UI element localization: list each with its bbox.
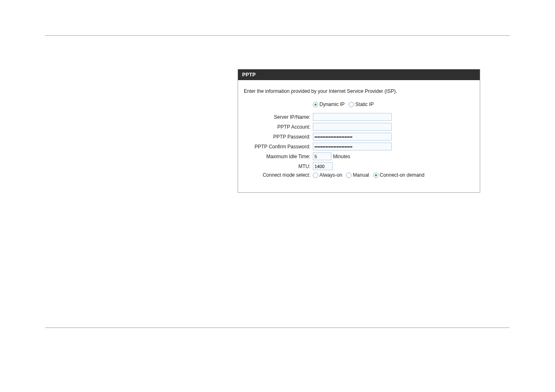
manual-label: Manual — [353, 172, 369, 178]
account-label: PPTP Account: — [244, 124, 313, 130]
confirm-password-input[interactable] — [313, 143, 392, 150]
mtu-input[interactable] — [313, 162, 333, 170]
top-divider — [45, 35, 510, 36]
max-idle-label: Maximum Idle Time: — [244, 154, 313, 159]
connect-mode-row: Connect mode select: Always-on Manual Co… — [244, 172, 474, 178]
account-row: PPTP Account: — [244, 123, 474, 131]
max-idle-input[interactable] — [313, 152, 331, 160]
mtu-row: MTU: — [244, 162, 474, 170]
always-on-label: Always-on — [319, 172, 342, 178]
ip-mode-options: Dynamic IP Static IP — [313, 101, 474, 107]
connect-mode-options: Always-on Manual Connect-on demand — [313, 172, 474, 178]
password-input[interactable] — [313, 133, 392, 141]
password-row: PPTP Password: — [244, 133, 474, 141]
manual-radio[interactable] — [346, 173, 352, 178]
connect-on-demand-label: Connect-on demand — [380, 172, 425, 178]
server-ip-row: Server IP/Name: — [244, 113, 474, 121]
connect-on-demand-radio[interactable] — [373, 173, 379, 178]
confirm-password-row: PPTP Confirm Password: — [244, 143, 474, 150]
account-input[interactable] — [313, 123, 392, 131]
always-on-radio[interactable] — [313, 173, 318, 178]
server-ip-label: Server IP/Name: — [244, 114, 313, 120]
max-idle-row: Maximum Idle Time: Minutes — [244, 152, 474, 160]
panel-title: PPTP — [238, 69, 480, 80]
static-ip-radio[interactable] — [349, 102, 354, 107]
intro-text: Enter the information provided by your I… — [244, 88, 474, 94]
ip-mode-row: Dynamic IP Static IP — [244, 101, 474, 107]
pptp-panel: PPTP Enter the information provided by y… — [238, 69, 480, 193]
panel-body: Enter the information provided by your I… — [238, 80, 480, 192]
bottom-divider — [45, 327, 510, 328]
server-ip-input[interactable] — [313, 113, 392, 121]
confirm-password-label: PPTP Confirm Password: — [244, 144, 313, 150]
dynamic-ip-radio[interactable] — [313, 102, 318, 107]
connect-mode-label: Connect mode select: — [244, 172, 313, 178]
password-label: PPTP Password: — [244, 134, 313, 140]
mtu-label: MTU: — [244, 164, 313, 169]
dynamic-ip-label: Dynamic IP — [319, 101, 345, 107]
static-ip-label: Static IP — [355, 101, 374, 107]
minutes-suffix: Minutes — [333, 154, 350, 159]
